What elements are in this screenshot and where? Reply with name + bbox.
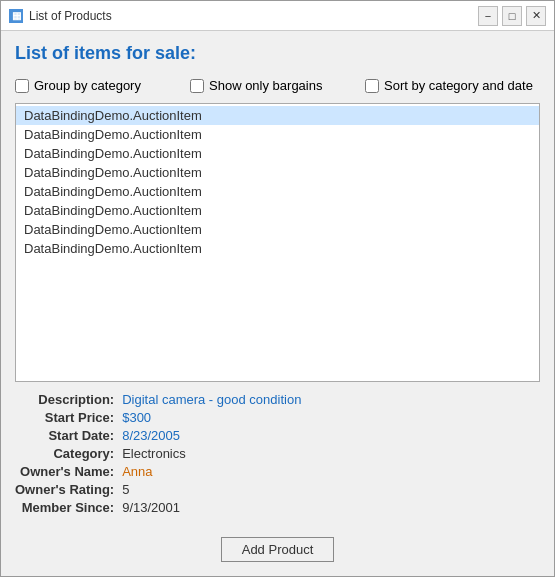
window-icon: ▦ (9, 9, 23, 23)
items-listbox[interactable]: DataBindingDemo.AuctionItemDataBindingDe… (15, 103, 540, 382)
group-by-category-label[interactable]: Group by category (15, 78, 190, 93)
list-item[interactable]: DataBindingDemo.AuctionItem (16, 106, 539, 125)
description-label: Description: (15, 392, 118, 407)
list-item[interactable]: DataBindingDemo.AuctionItem (16, 220, 539, 239)
title-bar: ▦ List of Products − □ ✕ (1, 1, 554, 31)
start-price-value: $300 (122, 410, 540, 425)
list-item[interactable]: DataBindingDemo.AuctionItem (16, 239, 539, 258)
member-since-label: Member Since: (15, 500, 118, 515)
owners-rating-value: 5 (122, 482, 540, 497)
description-value: Digital camera - good condition (122, 392, 540, 407)
title-bar-controls: − □ ✕ (478, 6, 546, 26)
owners-name-label: Owner's Name: (15, 464, 118, 479)
member-since-value: 9/13/2001 (122, 500, 540, 515)
window-title: List of Products (29, 9, 472, 23)
category-label: Category: (15, 446, 118, 461)
checkboxes-row: Group by category Show only bargains Sor… (15, 78, 540, 93)
start-price-label: Start Price: (15, 410, 118, 425)
sort-by-category-date-label[interactable]: Sort by category and date (365, 78, 540, 93)
list-item[interactable]: DataBindingDemo.AuctionItem (16, 125, 539, 144)
list-item[interactable]: DataBindingDemo.AuctionItem (16, 182, 539, 201)
bottom-bar: Add Product (1, 527, 554, 576)
group-by-category-text: Group by category (34, 78, 141, 93)
sort-by-category-date-checkbox[interactable] (365, 79, 379, 93)
list-item[interactable]: DataBindingDemo.AuctionItem (16, 144, 539, 163)
window-body: List of items for sale: Group by categor… (1, 31, 554, 527)
list-item[interactable]: DataBindingDemo.AuctionItem (16, 163, 539, 182)
add-product-button[interactable]: Add Product (221, 537, 335, 562)
show-only-bargains-label[interactable]: Show only bargains (190, 78, 365, 93)
details-section: Description: Digital camera - good condi… (15, 392, 540, 515)
category-value: Electronics (122, 446, 540, 461)
close-button[interactable]: ✕ (526, 6, 546, 26)
start-date-label: Start Date: (15, 428, 118, 443)
show-only-bargains-checkbox[interactable] (190, 79, 204, 93)
owners-name-value: Anna (122, 464, 540, 479)
group-by-category-checkbox[interactable] (15, 79, 29, 93)
sort-by-category-date-text: Sort by category and date (384, 78, 533, 93)
main-window: ▦ List of Products − □ ✕ List of items f… (0, 0, 555, 577)
show-only-bargains-text: Show only bargains (209, 78, 322, 93)
owners-rating-label: Owner's Rating: (15, 482, 118, 497)
minimize-button[interactable]: − (478, 6, 498, 26)
page-heading: List of items for sale: (15, 43, 540, 64)
maximize-button[interactable]: □ (502, 6, 522, 26)
start-date-value: 8/23/2005 (122, 428, 540, 443)
list-item[interactable]: DataBindingDemo.AuctionItem (16, 201, 539, 220)
